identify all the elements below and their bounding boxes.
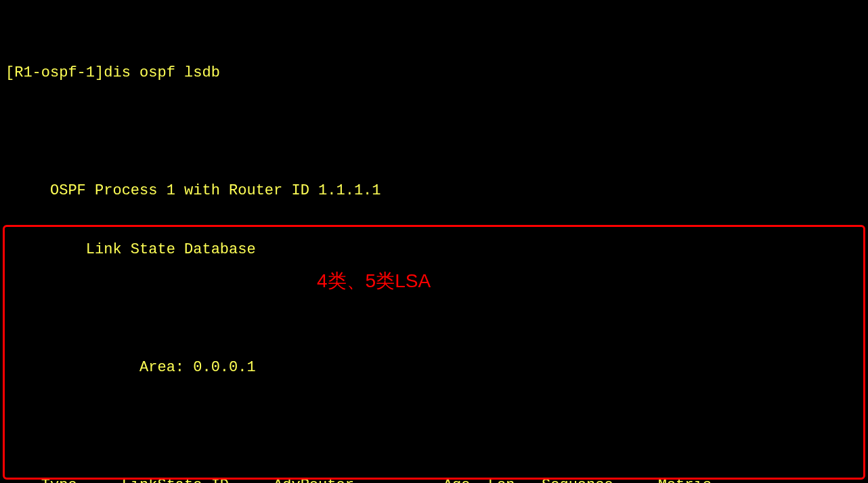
col-metric: Metric <box>649 476 711 483</box>
banner-line-1: OSPF Process 1 with Router ID 1.1.1.1 <box>5 181 863 201</box>
area-line: Area: 0.0.0.1 <box>5 358 863 377</box>
banner-line-2: Link State Database <box>5 240 863 259</box>
col-age: Age <box>425 476 470 483</box>
col-advrouter: AdvRouter <box>274 476 425 483</box>
blank-line <box>5 122 863 142</box>
terminal-output: [R1-ospf-1]dis ospf lsdb OSPF Process 1 … <box>0 0 868 483</box>
col-linkstate: LinkState ID <box>122 476 274 483</box>
col-type: Type <box>41 476 122 483</box>
blank-line <box>5 299 863 318</box>
lsdb-header: TypeLinkState IDAdvRouterAgeLenSequenceM… <box>5 456 863 483</box>
col-len: Len <box>488 476 515 483</box>
annotation-label: 4类、5类LSA <box>317 271 431 291</box>
col-sequence: Sequence <box>542 476 649 483</box>
command-line: [R1-ospf-1]dis ospf lsdb <box>5 63 863 83</box>
